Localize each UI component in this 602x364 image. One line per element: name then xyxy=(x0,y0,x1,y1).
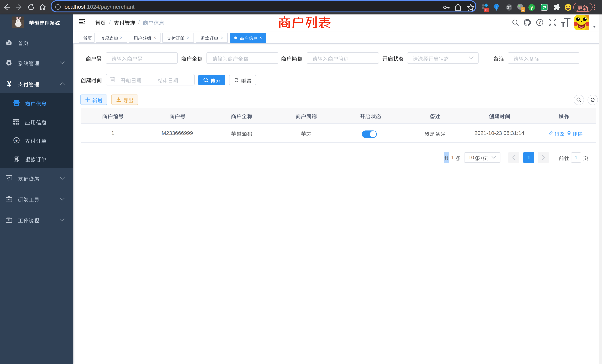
svg-text:y: y xyxy=(530,5,533,10)
svg-text:¥: ¥ xyxy=(15,138,18,143)
svg-text:?: ? xyxy=(538,20,541,25)
svg-text:1: 1 xyxy=(522,8,524,11)
svg-text:10: 10 xyxy=(485,8,488,12)
